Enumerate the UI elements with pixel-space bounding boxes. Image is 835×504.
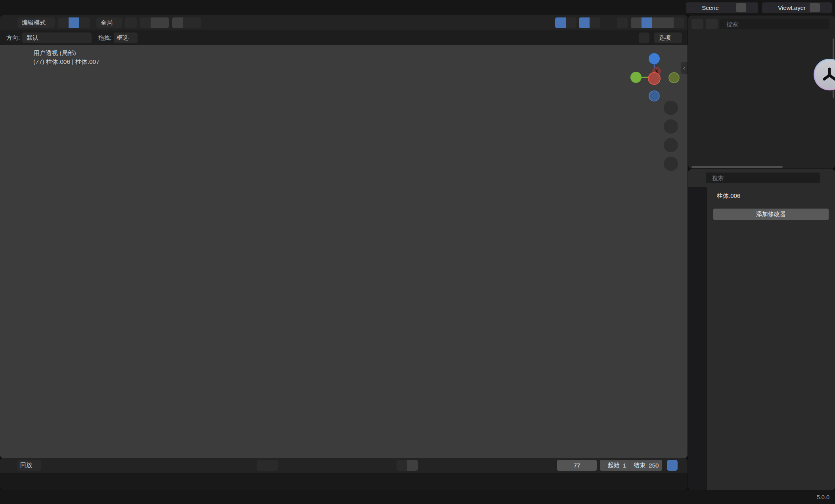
new-viewlayer-copy-icon[interactable] [810, 3, 820, 12]
snap-group [140, 17, 169, 28]
new-scene-copy-icon[interactable] [736, 3, 746, 12]
outliner-scope[interactable] [706, 19, 718, 29]
start-frame-field[interactable]: 起始 1 [604, 460, 630, 471]
camera-view-button[interactable] [664, 138, 678, 152]
face-select-button[interactable] [79, 17, 90, 28]
shading-dropdown[interactable] [674, 17, 684, 28]
chevron-down-icon [696, 176, 701, 180]
playback-label: 回放 [20, 462, 32, 469]
end-value: 250 [649, 462, 659, 469]
proportional-connected-button[interactable] [639, 33, 649, 43]
blender-logo-icon[interactable] [5, 2, 17, 13]
zoom-button[interactable] [664, 101, 678, 115]
shading-rendered-button[interactable] [663, 17, 674, 28]
properties-search[interactable] [706, 172, 820, 183]
3d-viewport[interactable]: 用户透视 (局部) (77) 柱体.006 | 柱体.007 X ‹ [0, 45, 688, 458]
timeline-snap-button[interactable] [396, 460, 407, 471]
overlays-dropdown[interactable] [590, 17, 600, 28]
pan-button[interactable] [664, 119, 678, 134]
properties-editor-type[interactable] [691, 172, 703, 183]
chevron-down-icon [696, 22, 701, 27]
auto-keying-button[interactable] [257, 460, 268, 471]
show-visibility-button[interactable] [541, 17, 553, 28]
sidebar-collapse-tab[interactable]: ‹ [681, 62, 688, 74]
playback-menu[interactable]: 回放 [17, 460, 41, 471]
chevron-down-icon [672, 35, 677, 40]
end-frame-field[interactable]: 结束 250 [630, 460, 662, 471]
chevron-down-icon [569, 20, 574, 25]
direction-dropdown[interactable]: 默认 [22, 33, 92, 43]
gizmo-dropdown[interactable] [566, 17, 576, 28]
timeline-ruler[interactable] [0, 473, 688, 490]
blender-window: Scene ViewLayer 编辑模式 [0, 0, 835, 504]
frame-range-group: 起始 1 结束 250 [600, 460, 662, 471]
editor-type-button[interactable] [3, 17, 15, 28]
drag-dropdown[interactable]: 框选 [114, 33, 138, 43]
show-overlays-button[interactable] [579, 17, 590, 28]
edge-select-button[interactable] [69, 17, 79, 28]
outliner-header [688, 15, 835, 32]
vertex-select-button[interactable] [58, 17, 69, 28]
chevron-down-icon [47, 20, 52, 25]
current-frame-value: 77 [574, 462, 580, 469]
chevron-down-icon [114, 20, 119, 25]
timeline-editor-type-button[interactable] [3, 460, 15, 471]
proportional-edit-button[interactable] [172, 17, 183, 28]
navigation-gizmo[interactable]: X [630, 48, 681, 108]
status-bar: 5.0.0 [0, 490, 835, 504]
keying-set-button[interactable] [667, 460, 678, 471]
topbar-menus [18, 0, 29, 15]
mode-label: 编辑模式 [22, 19, 46, 27]
keying-group [667, 460, 684, 471]
chevron-down-icon [190, 20, 195, 25]
direction-value: 默认 [27, 34, 38, 42]
outliner-display-mode[interactable] [691, 19, 703, 29]
add-modifier-button[interactable]: 添加修改器 [713, 209, 829, 220]
topbar-right: Scene ViewLayer [686, 2, 832, 13]
proportional-falloff-button[interactable] [183, 17, 201, 28]
auto-keying-dropdown[interactable] [268, 460, 278, 471]
chevron-down-icon[interactable] [822, 176, 832, 180]
outliner-search[interactable] [720, 19, 829, 29]
properties-tabs [688, 187, 707, 490]
outliner-hscrollbar[interactable] [691, 166, 783, 168]
chevron-down-icon [677, 20, 682, 25]
snap-target-button[interactable] [151, 17, 169, 28]
start-value: 1 [623, 462, 626, 469]
xray-toggle-button[interactable] [617, 17, 628, 28]
properties-search-input[interactable] [711, 174, 817, 182]
chevron-down-icon [8, 463, 12, 468]
properties-content: 柱体.006 添加修改器 [707, 187, 835, 490]
options-label: 选项 [659, 34, 671, 42]
shading-material-button[interactable] [652, 17, 663, 28]
breadcrumb: 柱体.006 [707, 187, 835, 200]
scene-name[interactable]: Scene [698, 4, 726, 11]
unlink-scene-icon[interactable] [746, 3, 756, 12]
scene-selector[interactable]: Scene [686, 2, 758, 13]
viewlayer-name[interactable]: ViewLayer [774, 4, 810, 11]
shading-solid-button[interactable] [642, 17, 652, 28]
active-object-text: (77) 柱体.006 | 柱体.007 [33, 57, 100, 66]
mode-selector[interactable]: 编辑模式 [17, 17, 55, 28]
shading-wireframe-button[interactable] [631, 17, 642, 28]
options-dropdown[interactable]: 选项 [654, 33, 682, 43]
pivot-point-button[interactable] [125, 17, 137, 28]
timeline-header: 回放 77 起始 1 [0, 458, 688, 473]
orthographic-button[interactable] [664, 157, 678, 171]
viewlayer-selector[interactable]: ViewLayer [762, 2, 832, 13]
proportional-edit-group [172, 17, 201, 28]
show-gizmo-button[interactable] [555, 17, 566, 28]
outliner-search-input[interactable] [726, 21, 826, 28]
remove-viewlayer-icon[interactable] [820, 3, 830, 12]
snap-toggle-button[interactable] [140, 17, 151, 28]
mesh-edit-overlays-button[interactable] [603, 17, 615, 28]
timeline-snap-dropdown[interactable] [407, 460, 418, 471]
chevron-down-icon [158, 20, 163, 25]
viewport-header: 编辑模式 全局 [0, 15, 688, 30]
chevron-down-icon [767, 5, 772, 10]
timeline-editor: 回放 77 起始 1 [0, 458, 688, 490]
breadcrumb-object-name[interactable]: 柱体.006 [717, 192, 740, 200]
current-frame-field[interactable]: 77 [557, 460, 597, 471]
transform-orientation[interactable]: 全局 [96, 17, 122, 28]
pin-icon[interactable] [726, 3, 736, 12]
